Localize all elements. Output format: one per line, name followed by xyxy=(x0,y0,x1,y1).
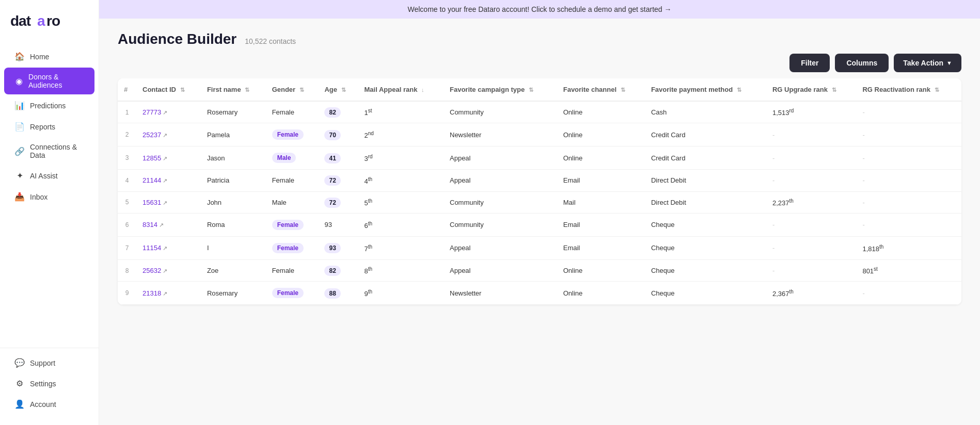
external-link-icon: ↗ xyxy=(163,177,167,184)
cell-fav-payment: Direct Debit xyxy=(645,191,766,213)
col-fav-payment[interactable]: Favorite payment method ⇅ xyxy=(645,78,766,101)
contact-link[interactable]: 27773 xyxy=(143,108,161,116)
columns-button[interactable]: Columns xyxy=(835,54,889,72)
contact-link[interactable]: 25237 xyxy=(143,131,161,139)
cell-contact-id: 25237↗ xyxy=(136,123,201,146)
table-row: 711154↗IFemale937thAppealEmailCheque-1,8… xyxy=(118,236,961,259)
cell-fav-channel: Online xyxy=(557,101,645,123)
sidebar-item-label: Predictions xyxy=(30,102,66,110)
col-contact-id[interactable]: Contact ID ⇅ xyxy=(136,78,201,101)
filter-button[interactable]: Filter xyxy=(789,54,830,72)
sidebar-item-label: AI Assist xyxy=(30,172,58,180)
col-mail-appeal-rank[interactable]: Mail Appeal rank ↓ xyxy=(358,78,444,101)
contact-count: 10,522 contacts xyxy=(245,37,296,45)
cell-fav-channel: Mail xyxy=(557,191,645,213)
predictions-icon: 📊 xyxy=(14,101,25,110)
cell-num: 6 xyxy=(118,213,136,236)
table-row: 421144↗PatriciaFemale724thAppealEmailDir… xyxy=(118,170,961,191)
sidebar-item-donors-audiences[interactable]: ◉ Donors & Audiences xyxy=(4,68,94,94)
cell-gender: Female xyxy=(266,213,319,236)
cell-mail-rank: 6th xyxy=(358,213,444,236)
page-title: Audience Builder xyxy=(118,31,236,47)
external-link-icon: ↗ xyxy=(163,155,167,161)
col-fav-channel[interactable]: Favorite channel ⇅ xyxy=(557,78,645,101)
external-link-icon: ↗ xyxy=(163,290,167,297)
sidebar-item-label: Inbox xyxy=(30,193,48,201)
table-row: 312855↗JasonMale413rdAppealOnlineCredit … xyxy=(118,146,961,170)
cell-fav-campaign: Appeal xyxy=(444,259,557,281)
sidebar-item-connections-data[interactable]: 🔗 Connections & Data xyxy=(4,138,94,165)
contact-link[interactable]: 21318 xyxy=(143,289,161,297)
cell-first-name: Zoe xyxy=(201,259,266,281)
cell-mail-rank: 2nd xyxy=(358,123,444,146)
cell-age: 82 xyxy=(318,259,358,281)
contact-link[interactable]: 25632 xyxy=(143,267,161,274)
col-first-name[interactable]: First name ⇅ xyxy=(201,78,266,101)
contact-link[interactable]: 21144 xyxy=(143,176,161,184)
cell-mail-rank: 9th xyxy=(358,282,444,305)
cell-fav-payment: Credit Card xyxy=(645,146,766,170)
promo-banner[interactable]: Welcome to your free Dataro account! Cli… xyxy=(99,0,980,19)
cell-rg-upgrade: 1,513rd xyxy=(766,101,856,123)
sidebar-item-account[interactable]: 👤 Account xyxy=(4,394,94,414)
svg-text:a: a xyxy=(37,13,45,29)
col-fav-campaign[interactable]: Favorite campaign type ⇅ xyxy=(444,78,557,101)
sidebar-item-support[interactable]: 💬 Support xyxy=(4,353,94,373)
col-age[interactable]: Age ⇅ xyxy=(318,78,358,101)
sidebar-item-label: Connections & Data xyxy=(30,143,84,159)
cell-fav-payment: Credit Card xyxy=(645,123,766,146)
col-rg-upgrade[interactable]: RG Upgrade rank ⇅ xyxy=(766,78,856,101)
cell-fav-campaign: Community xyxy=(444,213,557,236)
logo: dat a ro xyxy=(0,10,99,46)
cell-fav-campaign: Community xyxy=(444,101,557,123)
table-row: 825632↗ZoeFemale828thAppealOnlineCheque-… xyxy=(118,259,961,281)
cell-first-name: John xyxy=(201,191,266,213)
sidebar-item-settings[interactable]: ⚙ Settings xyxy=(4,373,94,394)
cell-first-name: Roma xyxy=(201,213,266,236)
cell-fav-campaign: Appeal xyxy=(444,146,557,170)
sidebar-item-home[interactable]: 🏠 Home xyxy=(4,46,94,67)
cell-rg-reactivation: 801st xyxy=(856,259,961,281)
sidebar-item-ai-assist[interactable]: ✦ AI Assist xyxy=(4,166,94,186)
cell-age: 88 xyxy=(318,282,358,305)
cell-mail-rank: 3rd xyxy=(358,146,444,170)
dataro-logo: dat a ro xyxy=(10,10,77,30)
contact-link[interactable]: 8314 xyxy=(143,221,157,228)
cell-age: 93 xyxy=(318,213,358,236)
take-action-button[interactable]: Take Action ▼ xyxy=(894,54,961,72)
sidebar-item-inbox[interactable]: 📥 Inbox xyxy=(4,187,94,207)
cell-fav-campaign: Newsletter xyxy=(444,123,557,146)
page-header: Audience Builder 10,522 contacts xyxy=(99,19,980,54)
external-link-icon: ↗ xyxy=(163,268,167,274)
cell-first-name: Jason xyxy=(201,146,266,170)
sidebar-item-predictions[interactable]: 📊 Predictions xyxy=(4,95,94,116)
cell-rg-reactivation: - xyxy=(856,282,961,305)
cell-fav-channel: Online xyxy=(557,259,645,281)
contact-link[interactable]: 12855 xyxy=(143,154,161,162)
col-rg-reactivation[interactable]: RG Reactivation rank ⇅ xyxy=(856,78,961,101)
cell-gender: Female xyxy=(266,236,319,259)
table-row: 515631↗JohnMale725thCommunityMailDirect … xyxy=(118,191,961,213)
contact-link[interactable]: 15631 xyxy=(143,199,161,206)
contact-link[interactable]: 11154 xyxy=(143,244,161,252)
cell-gender: Female xyxy=(266,170,319,191)
cell-contact-id: 15631↗ xyxy=(136,191,201,213)
external-link-icon: ↗ xyxy=(163,109,167,116)
svg-text:dat: dat xyxy=(10,13,31,29)
cell-gender: Female xyxy=(266,123,319,146)
cell-age: 72 xyxy=(318,170,358,191)
sidebar-item-label: Donors & Audiences xyxy=(28,73,84,89)
sidebar-item-reports[interactable]: 📄 Reports xyxy=(4,117,94,137)
external-link-icon: ↗ xyxy=(159,222,164,228)
sidebar-item-label: Settings xyxy=(30,380,56,388)
home-icon: 🏠 xyxy=(14,52,25,61)
svg-text:ro: ro xyxy=(46,13,60,29)
table-row: 225237↗PamelaFemale702ndNewsletterOnline… xyxy=(118,123,961,146)
cell-first-name: I xyxy=(201,236,266,259)
cell-first-name: Patricia xyxy=(201,170,266,191)
cell-contact-id: 12855↗ xyxy=(136,146,201,170)
col-gender[interactable]: Gender ⇅ xyxy=(266,78,319,101)
cell-age: 72 xyxy=(318,191,358,213)
cell-age: 41 xyxy=(318,146,358,170)
cell-rg-upgrade: - xyxy=(766,146,856,170)
